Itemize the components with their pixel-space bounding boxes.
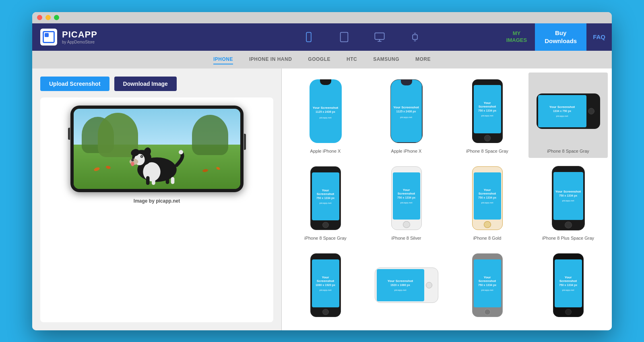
device-iphone8-silver[interactable]: Your Screenshot 750 x 1334 px picapp.net…	[367, 160, 446, 245]
logo-title: PICAPP	[62, 29, 97, 40]
dog-svg	[105, 133, 209, 185]
mockup-iphone-x-1: Your Screenshot 1125 x 2436 px picapp.ne…	[310, 77, 342, 145]
device-iphone8plus-gray[interactable]: Your Screenshot 750 x 1334 px picapp.net…	[528, 160, 608, 245]
svg-rect-7	[413, 35, 417, 39]
device-label-5: iPhone 8 Space Gray	[304, 236, 347, 240]
mockup-iphone8plus-gray: Your Screenshot 750 x 1334 px picapp.net	[552, 164, 585, 232]
subnav-htc[interactable]: HTC	[347, 55, 357, 64]
home-button-12	[565, 309, 572, 315]
header-nav-icons	[225, 23, 498, 51]
screen-url-8: picapp.net	[562, 199, 574, 202]
subnav-iphone-in-hand[interactable]: IPHONE IN HAND	[249, 55, 292, 64]
header: PICAPP by AppDemoStore	[32, 23, 612, 51]
maximize-button[interactable]	[54, 15, 59, 20]
screen-url-2: picapp.net	[400, 116, 412, 118]
logo-area: PICAPP by AppDemoStore	[32, 23, 225, 51]
phone-preview-panel: Image by picapp.net	[40, 97, 273, 322]
device-iphone8-gray-2[interactable]: Your Screenshot 750 x 1334 px picapp.net…	[286, 160, 365, 245]
screen-size-5: 750 x 1334 px	[316, 197, 334, 199]
phone-screen-10: Your Screenshot 1920 x 1080 px picapp.ne…	[377, 269, 424, 301]
minimize-button[interactable]	[45, 15, 51, 20]
upload-screenshot-button[interactable]: Upload Screenshot	[40, 77, 109, 91]
phone-screen-2: Your Screenshot 1125 x 2436 px picapp.ne…	[391, 80, 422, 142]
screen-label-10: Your Screenshot	[388, 279, 413, 283]
screen-label-3: Your Screenshot	[475, 101, 500, 108]
device-iphone7-gray[interactable]: Your Screenshot 750 x 1334 px picapp.net	[448, 247, 527, 327]
device-label-4: iPhone 8 Space Gray	[547, 149, 589, 153]
credit-link: picapp.net	[156, 198, 180, 204]
screen-label-8: Your Screenshot	[555, 190, 581, 193]
mockup-iphone7-black: Your Screenshot 750 x 1334 px picapp.net	[553, 251, 584, 319]
home-button-5	[322, 222, 329, 228]
credit-text: Image by	[134, 198, 156, 204]
device-label-2: Apple iPhone X	[391, 149, 422, 153]
logo-text: PICAPP by AppDemoStore	[62, 29, 97, 44]
screen-size-6: 750 x 1334 px	[397, 196, 415, 199]
mockup-iphone8-gray-1: Your Screenshot 750 x 1334 px picapp.net	[472, 77, 503, 145]
power-button	[244, 134, 246, 150]
svg-point-17	[131, 159, 134, 162]
iphone8-landscape-frame: Your Screenshot 1334 x 750 px picapp.net	[537, 93, 600, 129]
screen-size-7: 750 x 1334 px	[478, 196, 496, 199]
nav-phone-icon[interactable]	[303, 31, 314, 43]
device-label-7: iPhone 8 Gold	[473, 236, 502, 240]
buy-downloads-button[interactable]: BuyDownloads	[535, 23, 586, 51]
mockup-iphone8-silver: Your Screenshot 750 x 1334 px picapp.net	[391, 164, 422, 232]
mockup-iphone7plus-black: Your Screenshot 1080 x 1920 px picapp.ne…	[310, 251, 341, 319]
screen-size-2: 1125 x 2436 px	[396, 110, 416, 113]
screen-url-7: picapp.net	[481, 201, 493, 204]
home-button-3	[484, 135, 491, 141]
action-buttons: Upload Screenshot Download Image	[40, 77, 273, 91]
phone-outer-4: Your Screenshot 1334 x 750 px picapp.net	[537, 93, 600, 129]
subnav-iphone[interactable]: IPHONE	[213, 55, 233, 64]
device-iphone7plus-black[interactable]: Your Screenshot 1080 x 1920 px picapp.ne…	[286, 247, 365, 327]
screen-label-5: Your Screenshot	[314, 189, 338, 196]
mockup-iphone7-gray: Your Screenshot 750 x 1334 px picapp.net	[472, 251, 503, 319]
device-iphone8-gray-1[interactable]: Your Screenshot 750 x 1334 px picapp.net…	[448, 73, 527, 158]
phone-outer-8: Your Screenshot 750 x 1334 px picapp.net	[552, 166, 585, 230]
phone-screen-9: Your Screenshot 1080 x 1920 px picapp.ne…	[312, 259, 339, 307]
faq-button[interactable]: FAQ	[586, 23, 612, 51]
download-image-button[interactable]: Download Image	[114, 77, 177, 91]
iphone-x-frame-1: Your Screenshot 1125 x 2436 px picapp.ne…	[310, 79, 342, 143]
device-iphone-landscape-silver[interactable]: Your Screenshot 1920 x 1080 px picapp.ne…	[367, 247, 446, 327]
iphone8-frame-1: Your Screenshot 750 x 1334 px picapp.net	[472, 79, 503, 143]
home-button-10	[426, 282, 432, 288]
svg-point-19	[141, 155, 142, 157]
subnav-samsung[interactable]: SAMSUNG	[373, 55, 399, 64]
phone-body	[70, 106, 244, 192]
device-apple-iphone-x-2[interactable]: Your Screenshot 1125 x 2436 px picapp.ne…	[367, 73, 446, 158]
screen-label-11: Your Screenshot	[475, 276, 500, 283]
device-iphone7-black[interactable]: Your Screenshot 750 x 1334 px picapp.net	[528, 247, 608, 327]
svg-rect-4	[375, 33, 384, 39]
screen-label-4: Your Screenshot	[549, 105, 575, 109]
nav-desktop-icon[interactable]	[374, 31, 385, 43]
mockup-iphone8-gray-2: Your Screenshot 750 x 1334 px picapp.net	[310, 164, 341, 232]
device-iphone8-gold[interactable]: Your Screenshot 750 x 1334 px picapp.net…	[448, 160, 527, 245]
phone-screen-7: Your Screenshot 750 x 1334 px picapp.net	[474, 172, 501, 220]
screen-size-12: 750 x 1334 px	[559, 284, 577, 286]
phone-screen	[74, 109, 240, 189]
nav-watch-icon[interactable]	[409, 31, 421, 43]
phone-outer-5: Your Screenshot 750 x 1334 px picapp.net	[310, 166, 341, 230]
screen-url-10: picapp.net	[394, 289, 406, 291]
subnav-more[interactable]: MORE	[415, 55, 431, 64]
svg-rect-2	[341, 32, 348, 41]
subnav-google[interactable]: GOOGLE	[308, 55, 330, 64]
screen-label-1: Your Screenshot	[313, 106, 338, 110]
nav-tablet-icon[interactable]	[339, 31, 350, 43]
my-images-button[interactable]: MYIMAGES	[498, 23, 535, 51]
device-iphone8-gray-landscape[interactable]: Your Screenshot 1334 x 750 px picapp.net…	[528, 73, 608, 158]
device-apple-iphone-x-1[interactable]: Your Screenshot 1125 x 2436 px picapp.ne…	[286, 73, 365, 158]
main-window: PICAPP by AppDemoStore	[32, 12, 612, 330]
phone-outer-6: Your Screenshot 750 x 1334 px picapp.net	[391, 166, 422, 230]
screen-label-7: Your Screenshot	[475, 188, 500, 195]
home-button-6	[403, 221, 410, 228]
close-button[interactable]	[37, 15, 42, 20]
leaf1	[93, 166, 100, 172]
phone-outer-10: Your Screenshot 1920 x 1080 px picapp.ne…	[375, 267, 438, 303]
phone-screen-3: Your Screenshot 750 x 1334 px picapp.net	[474, 85, 501, 134]
screen-url-11: picapp.net	[481, 289, 493, 291]
screen-url-3: picapp.net	[481, 114, 493, 117]
iphone-notch-1	[320, 79, 331, 85]
